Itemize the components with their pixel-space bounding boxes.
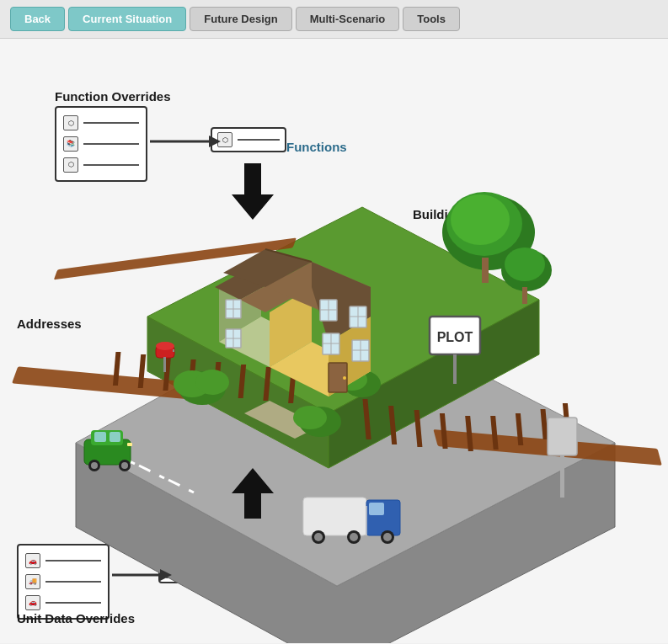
svg-point-73: [343, 376, 346, 380]
svg-rect-101: [560, 455, 564, 498]
nav-bar: Back Current Situation Future Design Mul…: [0, 0, 668, 39]
svg-point-40: [293, 406, 327, 429]
svg-rect-79: [173, 349, 174, 352]
tab-tools[interactable]: Tools: [403, 7, 460, 31]
svg-rect-80: [163, 357, 166, 372]
svg-point-86: [91, 462, 98, 469]
svg-rect-35: [522, 287, 527, 304]
main-content: Function Overrides ⬡ 📚 ⬡ ⬡ Functions 🚗 🚚: [0, 39, 668, 643]
svg-point-38: [195, 370, 229, 395]
svg-text:PLOT: PLOT: [437, 330, 473, 344]
tab-multi-scenario[interactable]: Multi-Scenario: [296, 7, 400, 31]
svg-point-94: [314, 533, 323, 541]
svg-rect-89: [127, 443, 132, 446]
svg-marker-103: [209, 136, 221, 147]
svg-rect-90: [303, 498, 366, 535]
tab-future-design[interactable]: Future Design: [190, 7, 291, 31]
svg-point-88: [121, 462, 128, 469]
svg-rect-84: [110, 432, 120, 442]
svg-point-78: [156, 342, 174, 350]
svg-point-96: [350, 533, 358, 541]
svg-marker-104: [232, 163, 274, 220]
svg-rect-32: [482, 258, 489, 283]
svg-rect-76: [453, 354, 457, 384]
svg-rect-92: [369, 503, 384, 515]
svg-rect-83: [94, 432, 106, 442]
svg-point-31: [451, 194, 510, 245]
isometric-scene: PLOT: [0, 39, 668, 643]
svg-point-98: [383, 533, 392, 541]
tab-current-situation[interactable]: Current Situation: [68, 7, 186, 31]
svg-point-34: [505, 247, 545, 281]
back-button[interactable]: Back: [10, 7, 65, 31]
svg-rect-100: [548, 418, 577, 455]
